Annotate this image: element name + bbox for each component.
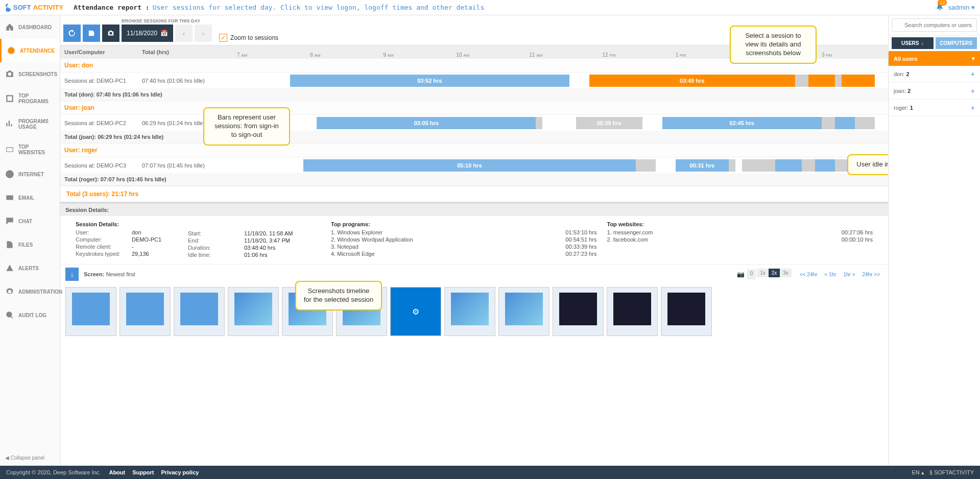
session-bar[interactable]: 03:05 hrs: [317, 117, 536, 129]
session-bar[interactable]: [835, 159, 848, 172]
time-tick: 3 PM: [822, 52, 832, 58]
nav-attendance[interactable]: ATTENDANCE: [0, 39, 60, 62]
internet-icon: [5, 170, 14, 179]
date-picker[interactable]: 11/18/2020 📅: [122, 25, 173, 42]
footer-link[interactable]: Support: [132, 469, 154, 475]
plus-icon[interactable]: +: [971, 87, 975, 95]
nav-screenshots[interactable]: SCREENSHOTS: [0, 62, 60, 86]
session-bar[interactable]: 03:49 hrs: [589, 75, 795, 87]
nav-files[interactable]: FILES: [0, 233, 60, 256]
session-bar[interactable]: [742, 159, 775, 172]
screenshot-thumb[interactable]: [607, 287, 658, 336]
session-bar[interactable]: [822, 117, 835, 129]
session-bar[interactable]: 05:10 hrs: [303, 159, 636, 172]
session-bar[interactable]: [815, 159, 835, 172]
nav-top-websites[interactable]: TOP WEBSITES: [0, 137, 60, 162]
export-button[interactable]: [83, 25, 100, 42]
screenshot-thumb[interactable]: [553, 287, 604, 336]
screenshot-thumbnails: [60, 284, 888, 339]
nav-administration[interactable]: ADMINISTRATION: [0, 280, 60, 303]
session-bar[interactable]: 02:45 hrs: [662, 117, 822, 129]
attendance-icon: [7, 46, 16, 55]
user-filter-item[interactable]: joan: 2+: [889, 83, 980, 100]
zoom-2x[interactable]: 2x: [769, 269, 780, 277]
plus-icon[interactable]: +: [971, 70, 975, 78]
nav-top-programs[interactable]: TOP PROGRAMS: [0, 86, 60, 111]
user-filter-item[interactable]: don: 2+: [889, 66, 980, 83]
session-bar[interactable]: [795, 75, 808, 87]
footer-link[interactable]: About: [109, 469, 125, 475]
lang-selector[interactable]: EN ▴: [912, 469, 924, 476]
zoom-checkbox[interactable]: ✓ Zoom to sessions: [219, 34, 278, 42]
timenav-button[interactable]: 24hr >>: [859, 270, 883, 279]
nav-email[interactable]: EMAIL: [0, 186, 60, 209]
calendar-icon: 📅: [160, 30, 168, 37]
session-bar[interactable]: [842, 75, 875, 87]
session-bar[interactable]: [775, 159, 802, 172]
refresh-button[interactable]: [63, 25, 81, 42]
time-tick: 10 AM: [456, 52, 469, 58]
collapse-panel[interactable]: ◀ Collapse panel: [0, 450, 60, 466]
timenav-button[interactable]: 1hr >: [840, 270, 858, 279]
screenshot-thumb[interactable]: [65, 287, 116, 336]
session-bar[interactable]: 00:31 hrs: [676, 159, 729, 172]
user-total: Total (joan): 06:29 hrs (01:24 hrs Idle): [60, 131, 888, 143]
nav-alerts[interactable]: ALERTS: [0, 256, 60, 280]
footer-link[interactable]: Privacy policy: [161, 469, 199, 475]
screenshot-thumb[interactable]: [444, 287, 495, 336]
nav-internet[interactable]: INTERNET: [0, 162, 60, 186]
nav-chat[interactable]: CHAT: [0, 209, 60, 233]
zoom-3x[interactable]: 3x: [780, 269, 792, 277]
nav-audit-log[interactable]: AUDIT LOG: [0, 303, 60, 327]
search-input[interactable]: [892, 18, 977, 32]
timenav-button[interactable]: << 24hr: [797, 270, 820, 279]
session-bar[interactable]: [536, 117, 542, 129]
session-bar[interactable]: [802, 159, 815, 172]
screenshot-thumb[interactable]: [174, 287, 225, 336]
tab-users[interactable]: USERS ↓: [892, 37, 934, 49]
sort-button[interactable]: ↓: [65, 268, 79, 281]
screenshot-thumb[interactable]: [119, 287, 171, 336]
session-bar[interactable]: [729, 159, 735, 172]
zoom-1x[interactable]: 1x: [757, 269, 769, 277]
chevron-down-icon: ▾: [971, 4, 975, 11]
current-user[interactable]: sadmin ▾: [948, 4, 975, 11]
all-users-filter[interactable]: All users▾: [889, 51, 980, 66]
screenshot-thumb[interactable]: [498, 287, 549, 336]
callout-idle: User idle intervals: [847, 154, 888, 175]
session-row[interactable]: Sessions at: DEMO-PC1 07:40 hrs (01:06 h…: [60, 72, 888, 88]
session-bar[interactable]: [835, 117, 855, 129]
nav-programs-usage[interactable]: PROGRAMS USAGE: [0, 111, 60, 137]
prev-day-button[interactable]: ‹: [175, 25, 193, 42]
report-title: Attendance report :: [74, 4, 150, 11]
logo: SOFTACTIVITY: [5, 4, 63, 12]
user-filter-item[interactable]: roger: 1+: [889, 100, 980, 116]
user-total: Total (don): 07:40 hrs (01:06 hrs Idle): [60, 88, 888, 101]
session-bar[interactable]: 03:52 hrs: [290, 75, 569, 87]
sidebar: DASHBOARDATTENDANCESCREENSHOTSTOP PROGRA…: [0, 15, 60, 466]
screenshot-thumb[interactable]: [390, 287, 441, 336]
time-tick: 8 AM: [310, 52, 320, 58]
session-bar[interactable]: 00:39 hrs: [576, 117, 642, 129]
notif-badge: 12: [938, 0, 947, 6]
session-row[interactable]: Sessions at: DEMO-PC3 07:07 hrs (01:45 h…: [60, 157, 888, 173]
timenav-button[interactable]: < 1hr: [821, 270, 839, 279]
report-desc: User sessions for selected day. Click to…: [153, 4, 485, 11]
notifications-icon[interactable]: 12: [936, 3, 944, 12]
session-bar[interactable]: [835, 75, 842, 87]
session-bar[interactable]: [855, 117, 875, 129]
session-bar[interactable]: [808, 75, 835, 87]
session-bar[interactable]: [636, 159, 656, 172]
session-row[interactable]: Sessions at: DEMO-PC2 06:29 hrs (01:24 h…: [60, 114, 888, 131]
plus-icon[interactable]: +: [971, 104, 975, 112]
screenshot-thumb[interactable]: [228, 287, 279, 336]
callout-bars: Bars represent user sessions: from sign-…: [203, 107, 290, 146]
next-day-button[interactable]: ›: [195, 25, 212, 42]
administration-icon: [5, 287, 14, 296]
nav-dashboard[interactable]: DASHBOARD: [0, 15, 60, 39]
screenshot-button[interactable]: [102, 25, 119, 42]
check-icon: ✓: [219, 34, 227, 42]
tab-computers[interactable]: COMPUTERS: [936, 37, 977, 49]
programs-usage-icon: [5, 119, 14, 129]
screenshot-thumb[interactable]: [661, 287, 712, 336]
